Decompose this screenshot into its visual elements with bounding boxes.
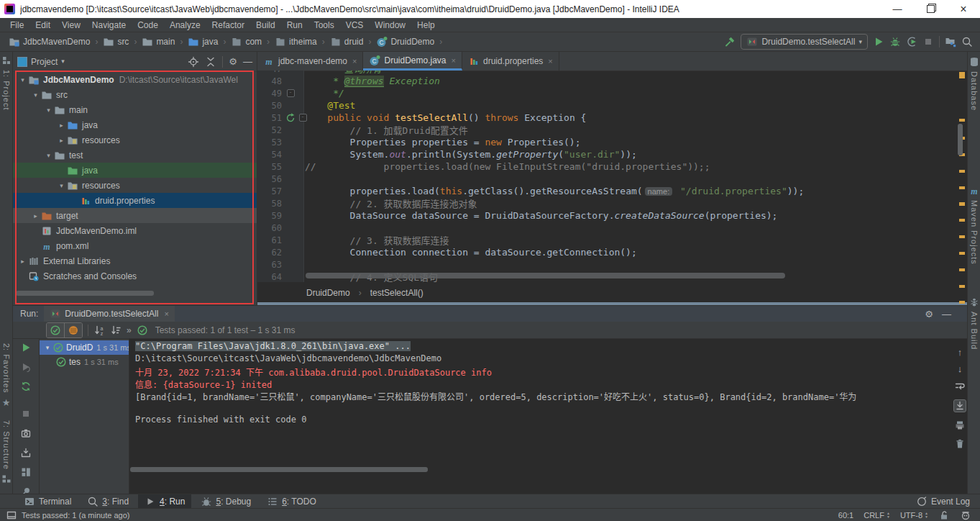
unlock-icon[interactable] <box>938 509 950 521</box>
thread-dump-button[interactable] <box>20 427 32 439</box>
print-button[interactable] <box>954 420 966 431</box>
chevron-down-icon[interactable]: ▾ <box>61 58 65 65</box>
code-line-63[interactable]: 63 <box>257 258 957 271</box>
collapse-all-button[interactable] <box>205 56 216 68</box>
debug-button[interactable] <box>889 36 901 47</box>
hide-panel-button[interactable]: — <box>942 309 951 319</box>
down-stack-trace-icon[interactable]: ↓ <box>958 364 963 373</box>
tool-button-favorites[interactable]: 2: Favorites ★ <box>0 343 12 408</box>
editor-tab-jdbc-maven-demo[interactable]: mjdbc-maven-demo× <box>257 52 363 71</box>
toggle-auto-test-button[interactable] <box>20 381 32 392</box>
up-stack-trace-icon[interactable]: ↑ <box>958 348 963 357</box>
run-configuration-select[interactable]: DruidDemo.testSelectAll ▾ <box>741 34 868 50</box>
line-number[interactable]: 53 <box>257 137 285 148</box>
close-icon[interactable]: × <box>548 57 552 65</box>
breadcrumb-itheima[interactable]: itheima <box>273 36 319 47</box>
rerun-button[interactable] <box>20 342 32 353</box>
menu-navigate[interactable]: Navigate <box>86 19 132 32</box>
caret-position[interactable]: 60:1 <box>838 511 853 520</box>
import-test-results-button[interactable] <box>20 447 32 458</box>
line-number[interactable]: 51 <box>257 113 285 123</box>
close-icon[interactable]: × <box>452 56 456 65</box>
tree-arrow-right-icon[interactable]: ▸ <box>17 258 28 265</box>
run-button[interactable] <box>873 36 884 47</box>
line-number[interactable]: 52 <box>257 125 285 135</box>
menu-analyze[interactable]: Analyze <box>164 19 206 32</box>
line-number[interactable]: 56 <box>257 174 285 184</box>
stop-button[interactable] <box>922 36 934 47</box>
soft-wrap-button[interactable] <box>954 381 966 392</box>
locate-file-button[interactable] <box>188 56 199 68</box>
sort-by-duration-button[interactable] <box>110 325 122 336</box>
editor-breadcrumb-druiddemo[interactable]: DruidDemo <box>306 288 350 298</box>
breadcrumb-jdbcmavendemo[interactable]: JdbcMavenDemo <box>7 36 91 47</box>
project-panel-title[interactable]: Project <box>31 57 58 67</box>
tree-item-test[interactable]: ▾test <box>13 148 257 163</box>
minimize-window-button[interactable]: — <box>881 0 914 18</box>
tool-button-terminal[interactable]: Terminal <box>17 494 78 509</box>
line-number[interactable]: 63 <box>257 260 285 270</box>
hector-inspection-icon[interactable] <box>960 509 971 521</box>
tool-button-5-debug[interactable]: 5: Debug <box>194 494 257 509</box>
tree-item-jdbcmavendemo[interactable]: ▾JdbcMavenDemoD:\itcast\Source\itcast\Ja… <box>13 72 257 87</box>
line-number[interactable]: 59 <box>257 211 285 221</box>
expand-chevrons-icon[interactable]: » <box>127 326 132 335</box>
menu-code[interactable]: Code <box>132 19 164 32</box>
tree-arrow-right-icon[interactable]: ▸ <box>30 212 41 219</box>
menu-help[interactable]: Help <box>411 19 441 32</box>
run-with-coverage-button[interactable] <box>906 36 917 47</box>
project-structure-button[interactable] <box>945 36 956 47</box>
code-line-53[interactable]: 53 Properties properties = new Propertie… <box>257 136 957 148</box>
rerun-failed-tests-button[interactable] <box>20 361 32 373</box>
editor-horizontal-scrollbar[interactable] <box>306 273 785 278</box>
tool-button-database[interactable]: Database <box>968 56 980 111</box>
code-line-49[interactable]: 49- */ <box>257 87 957 99</box>
code-line-56[interactable]: 56 <box>257 173 957 185</box>
hide-passed-toggle[interactable] <box>47 323 64 337</box>
tree-arrow-right-icon[interactable]: ▸ <box>56 137 67 144</box>
line-separator-select[interactable]: CRLF▲▼ <box>864 511 890 520</box>
fold-region-icon[interactable]: - <box>285 88 296 99</box>
menu-edit[interactable]: Edit <box>29 19 56 32</box>
tree-arrow-down-icon[interactable]: ▾ <box>42 344 52 351</box>
layout-settings-button[interactable] <box>20 466 32 478</box>
tool-button-3-find[interactable]: 3: Find <box>81 494 135 509</box>
tool-button-structure[interactable]: 7: Structure <box>0 420 12 485</box>
menu-tools[interactable]: Tools <box>308 19 340 32</box>
console-horizontal-scrollbar[interactable] <box>130 467 428 472</box>
menu-build[interactable]: Build <box>250 19 281 32</box>
line-number[interactable]: 54 <box>257 150 285 160</box>
test-node-druidd[interactable]: ▾DruidD1 s 31 ms <box>40 340 129 355</box>
restore-window-button[interactable] <box>914 0 947 18</box>
breadcrumb-java[interactable]: java <box>186 36 219 47</box>
line-number[interactable]: 49 <box>257 89 285 99</box>
window-dock-icon[interactable] <box>6 509 17 521</box>
tree-item-java[interactable]: java <box>13 163 257 178</box>
tree-item-jdbcmavendemo-iml[interactable]: JdbcMavenDemo.iml <box>13 223 257 238</box>
build-hammer-icon[interactable] <box>724 36 736 47</box>
breadcrumb-com[interactable]: com <box>229 36 263 47</box>
breadcrumb-main[interactable]: main <box>140 36 176 47</box>
encoding-select[interactable]: UTF-8▲▼ <box>900 511 928 520</box>
stop-process-button[interactable] <box>20 408 32 420</box>
tree-item-external-libraries[interactable]: ▸External Libraries <box>13 253 257 268</box>
breadcrumb-druid[interactable]: druid <box>329 36 365 47</box>
menu-file[interactable]: File <box>4 19 29 32</box>
close-icon[interactable]: × <box>352 57 357 65</box>
tool-button-6-todo[interactable]: 6: TODO <box>260 494 323 509</box>
code-line-54[interactable]: 54 System.out.println(System.getProperty… <box>257 148 957 160</box>
tree-item-resources[interactable]: ▸resources <box>13 132 257 148</box>
line-number[interactable]: 61 <box>257 235 285 245</box>
code-line-57[interactable]: 57 properties.load(this.getClass().getRe… <box>257 185 957 197</box>
breadcrumb-src[interactable]: src <box>101 36 130 47</box>
tool-button-4-run[interactable]: 4: Run <box>138 494 191 509</box>
code-line-58[interactable]: 58 // 2. 获取数据库连接池对象 <box>257 197 957 209</box>
search-everywhere-button[interactable] <box>961 36 973 47</box>
test-node-tes[interactable]: tes1 s 31 ms <box>40 355 129 369</box>
code-line-52[interactable]: 52 // 1. 加载Druid配置文件 <box>257 124 957 136</box>
tree-arrow-down-icon[interactable]: ▾ <box>43 152 54 159</box>
hide-panel-button[interactable]: — <box>243 57 252 66</box>
menu-window[interactable]: Window <box>369 19 411 32</box>
tree-item-pom-xml[interactable]: mpom.xml <box>13 238 257 253</box>
scroll-to-end-button[interactable] <box>953 399 966 412</box>
